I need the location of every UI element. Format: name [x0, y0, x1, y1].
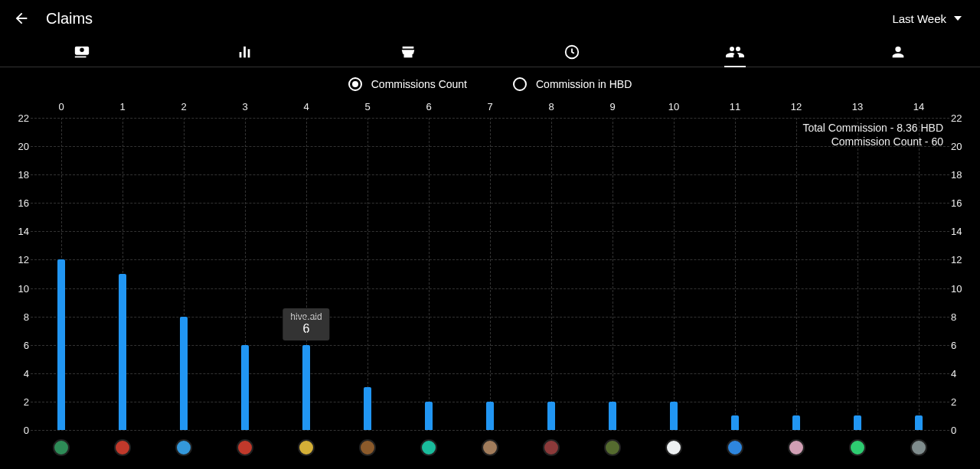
- y-tick-label: 12: [2, 254, 29, 265]
- radio-label: Commission in HBD: [536, 78, 632, 90]
- chevron-down-icon: [954, 16, 962, 21]
- user-avatar[interactable]: [482, 439, 498, 456]
- y-tick-label: 20: [2, 141, 29, 152]
- chart-bar[interactable]: [57, 259, 65, 430]
- chart-bar[interactable]: [364, 387, 371, 430]
- user-avatar[interactable]: [420, 439, 437, 456]
- chart-bar[interactable]: [854, 415, 861, 430]
- y-tick-label: 14: [951, 226, 978, 237]
- chart: 0246810121416182022 0246810121416182022 …: [0, 101, 980, 461]
- user-avatar[interactable]: [543, 439, 560, 456]
- y-tick-label: 2: [2, 396, 29, 407]
- x-tick-label: 7: [487, 101, 492, 112]
- chart-bar[interactable]: [302, 345, 310, 430]
- chart-bar[interactable]: [609, 402, 616, 430]
- tab-history[interactable]: [490, 37, 653, 67]
- tab-profile[interactable]: [817, 37, 980, 67]
- x-tick-label: 4: [303, 101, 309, 112]
- chart-bar[interactable]: [119, 274, 126, 430]
- user-avatar[interactable]: [665, 439, 682, 456]
- tab-stats[interactable]: [163, 37, 326, 67]
- user-avatar[interactable]: [298, 439, 315, 456]
- user-avatar[interactable]: [727, 439, 743, 456]
- y-tick-label: 16: [2, 197, 29, 209]
- y-tick-label: 10: [2, 282, 29, 294]
- x-tick-label: 3: [242, 101, 247, 112]
- y-tick-label: 12: [951, 254, 978, 265]
- user-avatar[interactable]: [175, 439, 192, 456]
- y-tick-label: 8: [951, 311, 978, 322]
- y-tick-label: 22: [2, 112, 29, 124]
- store-icon: [400, 44, 416, 60]
- summary-total: Total Commission - 8.36 HBD: [802, 121, 943, 135]
- payments-icon: [74, 44, 90, 60]
- user-avatar[interactable]: [114, 439, 131, 456]
- chart-bar[interactable]: [180, 317, 188, 430]
- user-avatar[interactable]: [849, 439, 866, 456]
- y-tick-label: 8: [2, 311, 29, 322]
- chart-bar[interactable]: [670, 402, 678, 430]
- x-tick-label: 10: [668, 101, 679, 112]
- x-tick-label: 14: [913, 101, 924, 112]
- tab-payments[interactable]: [0, 37, 163, 67]
- y-tick-label: 6: [2, 339, 29, 350]
- y-tick-label: 4: [2, 367, 29, 379]
- chart-bar[interactable]: [425, 402, 433, 430]
- x-tick-label: 0: [58, 101, 64, 112]
- x-tick-label: 8: [548, 101, 554, 112]
- user-avatar[interactable]: [53, 439, 70, 456]
- arrow-left-icon: [13, 10, 30, 27]
- chart-summary: Total Commission - 8.36 HBD Commission C…: [802, 121, 943, 148]
- clock-icon: [564, 44, 580, 60]
- radio-commission-hbd[interactable]: Commission in HBD: [513, 77, 632, 91]
- chart-bar[interactable]: [792, 415, 800, 430]
- y-tick-label: 10: [951, 282, 978, 294]
- tab-people[interactable]: [653, 37, 816, 67]
- y-tick-label: 18: [2, 169, 29, 181]
- range-label: Last Week: [892, 12, 946, 25]
- radio-label: Commissions Count: [371, 78, 467, 90]
- user-avatar[interactable]: [910, 439, 927, 456]
- x-tick-label: 2: [181, 101, 186, 112]
- x-tick-label: 9: [609, 101, 615, 112]
- page-title: Claims: [46, 10, 93, 28]
- radio-icon: [348, 77, 362, 91]
- user-avatar[interactable]: [788, 439, 805, 456]
- x-tick-label: 1: [119, 101, 125, 112]
- person-icon: [890, 44, 906, 60]
- tab-store[interactable]: [327, 37, 490, 67]
- user-avatar[interactable]: [359, 439, 376, 456]
- y-tick-label: 2: [951, 396, 978, 407]
- radio-icon: [513, 77, 527, 91]
- y-tick-label: 22: [951, 112, 978, 124]
- chart-bar[interactable]: [486, 402, 494, 430]
- x-tick-label: 5: [364, 101, 370, 112]
- back-button[interactable]: [12, 9, 31, 28]
- x-tick-label: 13: [852, 101, 863, 112]
- radio-commissions-count[interactable]: Commissions Count: [348, 77, 467, 91]
- user-avatar[interactable]: [604, 439, 621, 456]
- y-tick-label: 0: [951, 425, 978, 436]
- user-avatar[interactable]: [237, 439, 253, 456]
- y-tick-label: 18: [951, 169, 978, 181]
- people-icon: [726, 43, 744, 61]
- y-tick-label: 4: [951, 367, 978, 379]
- bar-chart-icon: [237, 44, 253, 60]
- x-tick-label: 6: [426, 101, 431, 112]
- chart-bar[interactable]: [241, 345, 249, 430]
- chart-bar[interactable]: [547, 402, 555, 430]
- chart-bar[interactable]: [915, 415, 923, 430]
- chart-bar[interactable]: [731, 415, 739, 430]
- x-tick-label: 12: [791, 101, 802, 112]
- y-tick-label: 16: [951, 197, 978, 209]
- y-tick-label: 14: [2, 226, 29, 237]
- x-tick-label: 11: [730, 101, 740, 112]
- y-tick-label: 20: [951, 141, 978, 152]
- y-tick-label: 0: [2, 425, 29, 436]
- range-select[interactable]: Last Week: [892, 12, 968, 25]
- y-tick-label: 6: [951, 339, 978, 350]
